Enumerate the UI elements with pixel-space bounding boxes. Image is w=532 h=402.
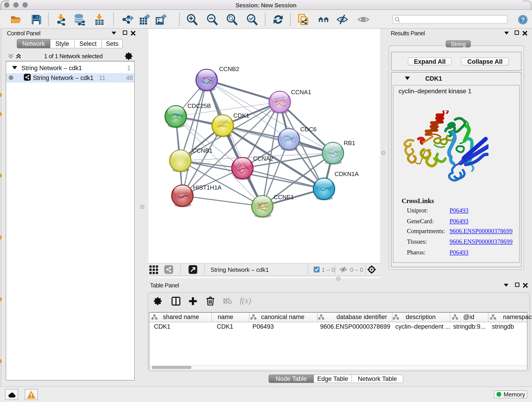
svg-text:CCNA2: CCNA2	[253, 155, 273, 162]
svg-text:CDKN1A: CDKN1A	[335, 171, 359, 177]
svg-text:CCNB1: CCNB1	[192, 147, 212, 154]
svg-text:CCNE1: CCNE1	[273, 194, 294, 201]
svg-text:CCNA1: CCNA1	[291, 89, 311, 96]
svg-text:HIST1H1A: HIST1H1A	[193, 184, 222, 191]
svg-text:RB1: RB1	[344, 140, 355, 147]
svg-text:CDC25B: CDC25B	[187, 102, 211, 109]
svg-text:CDC6: CDC6	[300, 126, 317, 133]
svg-text:?: ?	[521, 16, 525, 23]
svg-text:CCNB2: CCNB2	[219, 65, 239, 72]
svg-text:CDK1: CDK1	[234, 112, 249, 119]
